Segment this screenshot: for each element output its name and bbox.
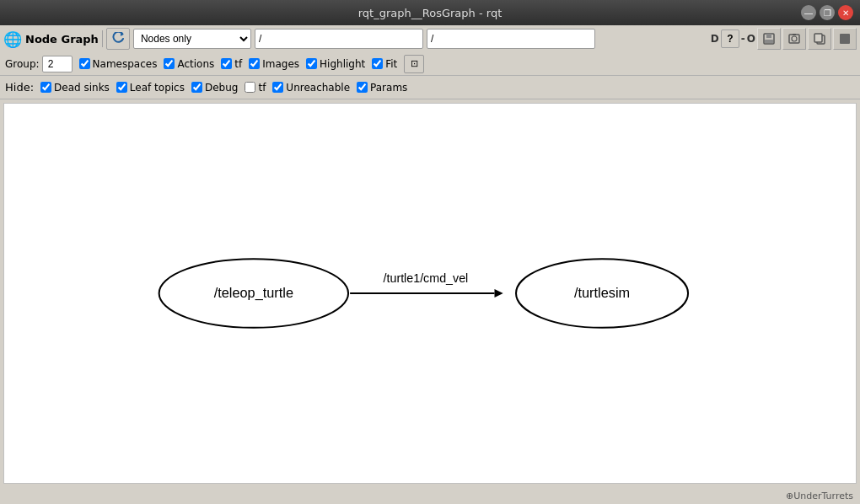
dead-sinks-label: Dead sinks — [54, 82, 110, 94]
tf-label: tf — [234, 58, 242, 70]
debug-checkbox[interactable] — [191, 82, 202, 93]
node-graph-title-area: 🌐 Node Graph — [3, 30, 99, 48]
maximize-button[interactable]: ❐ — [820, 5, 835, 20]
toolbar-row-3: Hide: Dead sinks Leaf topics Debug tf — [0, 76, 860, 99]
right-toolbar-icons: D ? - O — [711, 28, 857, 50]
node-graph-label: Node Graph — [25, 33, 99, 46]
dead-sinks-checkbox-group[interactable]: Dead sinks — [40, 82, 110, 94]
fit-checkbox-group[interactable]: Fit — [372, 58, 397, 70]
actions-checkbox-group[interactable]: Actions — [164, 58, 214, 70]
svg-rect-6 — [793, 34, 796, 35]
highlight-checkbox-group[interactable]: Highlight — [306, 58, 365, 70]
screenshot-icon — [787, 32, 801, 46]
node-turtlesim-label: /turtlesim — [574, 285, 630, 300]
toolbar-row-2: Group: Namespaces Actions tf — [0, 52, 860, 76]
params-checkbox[interactable] — [357, 82, 368, 93]
highlight-label: Highlight — [320, 58, 365, 70]
hide-label: Hide: — [5, 81, 34, 94]
fit-checkbox[interactable] — [372, 58, 383, 69]
separator-1 — [102, 30, 103, 47]
watermark-text: ⊕UnderTurrets — [786, 491, 853, 501]
save-button[interactable] — [757, 28, 781, 50]
filter-input-2[interactable] — [427, 29, 595, 49]
copy-button[interactable] — [808, 28, 831, 50]
unreachable-checkbox[interactable] — [272, 82, 283, 93]
copy-icon — [813, 32, 826, 46]
unreachable-label: Unreachable — [286, 82, 350, 94]
minimize-button[interactable]: — — [801, 5, 816, 20]
toolbar-area: 🌐 Node Graph Nodes only Nodes/Topics (al… — [0, 25, 860, 99]
leaf-topics-label: Leaf topics — [130, 82, 185, 94]
images-label: Images — [262, 58, 299, 70]
node-teleop-turtle-label: /teleop_turtle — [214, 285, 293, 301]
help-button[interactable]: ? — [721, 29, 739, 48]
unreachable-checkbox-group[interactable]: Unreachable — [272, 82, 350, 94]
group-spinner[interactable] — [42, 56, 73, 72]
screenshot-button[interactable] — [782, 28, 806, 50]
dq-labels: D ? - O — [711, 29, 755, 48]
dead-sinks-checkbox[interactable] — [40, 82, 51, 93]
namespaces-checkbox[interactable] — [79, 58, 90, 69]
debug-label: Debug — [205, 82, 238, 94]
view-icon — [838, 32, 852, 46]
tf-hide-checkbox-group[interactable]: tf — [245, 82, 266, 94]
nodes-filter-dropdown[interactable]: Nodes only Nodes/Topics (all) Nodes/Topi… — [133, 29, 251, 49]
tf-hide-checkbox[interactable] — [245, 82, 255, 93]
group-text: Group: — [5, 58, 40, 70]
svg-rect-3 — [765, 40, 773, 43]
tf-checkbox[interactable] — [221, 58, 232, 69]
actions-checkbox[interactable] — [164, 58, 175, 69]
close-button[interactable]: ✕ — [838, 5, 853, 20]
images-checkbox[interactable] — [249, 58, 260, 69]
filter-input-1[interactable] — [255, 29, 423, 49]
refresh-button[interactable] — [106, 28, 130, 50]
edge-label: /turtle1/cmd_vel — [384, 271, 469, 285]
namespaces-label: Namespaces — [93, 58, 158, 70]
title-bar: rqt_graph__RosGraph - rqt — ❐ ✕ — [0, 0, 860, 25]
leaf-topics-checkbox[interactable] — [116, 82, 127, 93]
view-button[interactable] — [833, 28, 857, 50]
group-label: Group: — [5, 56, 73, 72]
fit-label: Fit — [385, 58, 397, 70]
actions-label: Actions — [177, 58, 214, 70]
save-icon — [762, 32, 776, 46]
leaf-topics-checkbox-group[interactable]: Leaf topics — [116, 82, 185, 94]
svg-rect-2 — [766, 34, 771, 38]
bottom-bar: ⊕UnderTurrets — [0, 487, 860, 504]
svg-point-5 — [792, 36, 797, 41]
graph-canvas[interactable]: /teleop_turtle /turtle1/cmd_vel /turtles… — [3, 103, 857, 484]
globe-icon: 🌐 — [3, 30, 22, 48]
images-checkbox-group[interactable]: Images — [249, 58, 299, 70]
toolbar-row-1: 🌐 Node Graph Nodes only Nodes/Topics (al… — [0, 25, 860, 52]
graph-svg: /teleop_turtle /turtle1/cmd_vel /turtles… — [4, 104, 856, 483]
debug-checkbox-group[interactable]: Debug — [191, 82, 238, 94]
namespaces-checkbox-group[interactable]: Namespaces — [79, 58, 158, 70]
fit-action-button[interactable]: ⊡ — [404, 55, 424, 73]
app-area: 🌐 Node Graph Nodes only Nodes/Topics (al… — [0, 25, 860, 504]
arrowhead — [495, 289, 503, 298]
d-label: D — [711, 33, 719, 45]
svg-rect-9 — [840, 34, 850, 44]
params-checkbox-group[interactable]: Params — [357, 82, 407, 94]
dash-label: - — [741, 33, 745, 45]
refresh-icon — [111, 32, 125, 46]
svg-rect-8 — [814, 34, 822, 42]
tf-hide-label: tf — [258, 82, 266, 94]
o-label: O — [747, 33, 755, 45]
tf-checkbox-group[interactable]: tf — [221, 58, 242, 70]
highlight-checkbox[interactable] — [306, 58, 317, 69]
params-label: Params — [370, 82, 407, 94]
window-title: rqt_graph__RosGraph - rqt — [0, 7, 860, 19]
